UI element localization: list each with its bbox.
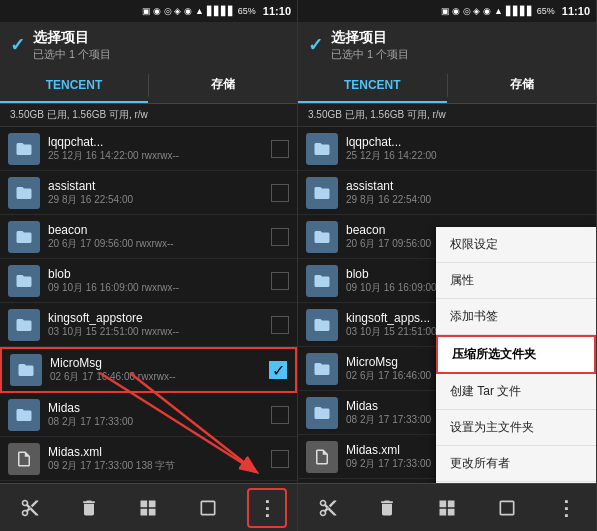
left-checkbox-midasxml[interactable]	[271, 450, 289, 468]
folder-icon-3	[8, 265, 40, 297]
right-check-icon[interactable]: ✓	[308, 34, 323, 56]
left-btn-more[interactable]: ⋮	[247, 488, 287, 528]
right-folder-icon-3	[306, 265, 338, 297]
left-file-item-1[interactable]: assistant 29 8月 16 22:54:00	[0, 171, 297, 215]
left-checkbox-2[interactable]	[271, 228, 289, 246]
right-status-bar: ▣ ◉ ◎ ◈ ◉ ▲ ▋▋▋▋ 65% 11:10	[298, 0, 596, 22]
file-icon-midasxml	[8, 443, 40, 475]
left-file-info-midas: Midas 08 2月 17 17:33:00	[48, 401, 267, 429]
left-tab-tencent[interactable]: TENCENT	[0, 68, 148, 103]
right-panel: ▣ ◉ ◎ ◈ ◉ ▲ ▋▋▋▋ 65% 11:10 ✓ 选择项目 已选中 1 …	[298, 0, 597, 531]
right-btn-more[interactable]: ⋮	[546, 488, 586, 528]
left-btn-delete[interactable]	[69, 488, 109, 528]
right-bottom-bar: ⋮	[298, 483, 596, 531]
right-file-icon-midasxml	[306, 441, 338, 473]
left-file-info-4: kingsoft_appstore 03 10月 15 21:51:00 rwx…	[48, 311, 267, 339]
right-wifi-icon: ▲	[494, 6, 503, 16]
left-time: 11:10	[263, 5, 291, 17]
left-file-item-2[interactable]: beacon 20 6月 17 09:56:00 rwxrwx--	[0, 215, 297, 259]
left-checkbox-3[interactable]	[271, 272, 289, 290]
right-file-item-0[interactable]: lqqpchat... 25 12月 16 14:22:00	[298, 127, 596, 171]
left-file-item-3[interactable]: blob 09 10月 16 16:09:00 rwxrwx--	[0, 259, 297, 303]
right-storage-info: 3.50GB 已用, 1.56GB 可用, r/w	[298, 104, 596, 127]
left-checkbox-micromsg[interactable]: ✓	[269, 361, 287, 379]
left-file-meta-1: 29 8月 16 22:54:00	[48, 193, 267, 207]
right-folder-icon-0	[306, 133, 338, 165]
right-btn-grid[interactable]	[427, 488, 467, 528]
left-file-name-0: lqqpchat...	[48, 135, 267, 149]
right-notification-icons: ▣ ◉ ◎ ◈ ◉	[441, 6, 491, 16]
left-bottom-area: ⋮	[0, 483, 297, 531]
right-header-subtitle: 已选中 1 个项目	[331, 47, 586, 62]
right-time: 11:10	[562, 5, 590, 17]
right-signal-icon: ▋▋▋▋	[506, 6, 534, 16]
left-file-info-0: lqqpchat... 25 12月 16 14:22:00 rwxrwx--	[48, 135, 267, 163]
left-file-name-midas: Midas	[48, 401, 267, 415]
right-file-list[interactable]: lqqpchat... 25 12月 16 14:22:00 assistant…	[298, 127, 596, 483]
left-file-item-0[interactable]: lqqpchat... 25 12月 16 14:22:00 rwxrwx--	[0, 127, 297, 171]
left-file-info-midasxml: Midas.xml 09 2月 17 17:33:00 138 字节	[48, 445, 267, 473]
context-menu: 权限设定 属性 添加书签 压缩所选文件夹 创建 Tar 文件 设置为主文件夹 更…	[436, 227, 596, 483]
context-item-compress[interactable]: 压缩所选文件夹	[436, 335, 596, 374]
right-folder-icon-1	[306, 177, 338, 209]
left-file-name-2: beacon	[48, 223, 267, 237]
context-item-se-context[interactable]: Change SE context	[436, 482, 596, 483]
right-file-info-0: lqqpchat... 25 12月 16 14:22:00	[346, 135, 588, 163]
left-bottom-bar: ⋮	[0, 483, 297, 531]
left-file-name-micromsg: MicroMsg	[50, 356, 265, 370]
folder-icon-2	[8, 221, 40, 253]
left-checkbox-midas[interactable]	[271, 406, 289, 424]
left-file-item-midas[interactable]: Midas 08 2月 17 17:33:00	[0, 393, 297, 437]
context-item-properties[interactable]: 属性	[436, 263, 596, 299]
left-header: ✓ 选择项目 已选中 1 个项目	[0, 22, 297, 68]
left-file-item-micromsg[interactable]: MicroMsg 02 6月 17 16:46:00 rwxrwx-- ✓	[0, 347, 297, 393]
right-folder-icon-2	[306, 221, 338, 253]
left-file-name-3: blob	[48, 267, 267, 281]
right-file-name-0: lqqpchat...	[346, 135, 588, 149]
context-item-bookmark[interactable]: 添加书签	[436, 299, 596, 335]
right-file-meta-0: 25 12月 16 14:22:00	[346, 149, 588, 163]
right-tab-tencent[interactable]: TENCENT	[298, 68, 447, 103]
right-tab-storage[interactable]: 存储	[448, 68, 597, 103]
left-file-item-4[interactable]: kingsoft_appstore 03 10月 15 21:51:00 rwx…	[0, 303, 297, 347]
right-folder-icon-micromsg	[306, 353, 338, 385]
left-header-subtitle: 已选中 1 个项目	[33, 47, 287, 62]
right-btn-delete[interactable]	[367, 488, 407, 528]
folder-icon-0	[8, 133, 40, 165]
right-file-item-1[interactable]: assistant 29 8月 16 22:54:00	[298, 171, 596, 215]
right-btn-cut[interactable]	[308, 488, 348, 528]
left-file-name-midasxml: Midas.xml	[48, 445, 267, 459]
left-checkbox-1[interactable]	[271, 184, 289, 202]
left-tab-storage[interactable]: 存储	[149, 68, 297, 103]
left-file-info-2: beacon 20 6月 17 09:56:00 rwxrwx--	[48, 223, 267, 251]
left-file-meta-4: 03 10月 15 21:51:00 rwxrwx--	[48, 325, 267, 339]
right-file-info-1: assistant 29 8月 16 22:54:00	[346, 179, 588, 207]
left-file-item-midasxml[interactable]: Midas.xml 09 2月 17 17:33:00 138 字节	[0, 437, 297, 481]
context-item-set-home[interactable]: 设置为主文件夹	[436, 410, 596, 446]
right-btn-window[interactable]	[487, 488, 527, 528]
left-tab-bar: TENCENT 存储	[0, 68, 297, 104]
right-header: ✓ 选择项目 已选中 1 个项目	[298, 22, 596, 68]
left-header-title: 选择项目	[33, 29, 287, 47]
left-file-info-micromsg: MicroMsg 02 6月 17 16:46:00 rwxrwx--	[50, 356, 265, 384]
right-folder-icon-4	[306, 309, 338, 341]
folder-icon-midas	[8, 399, 40, 431]
left-storage-info: 3.50GB 已用, 1.56GB 可用, r/w	[0, 104, 297, 127]
left-checkbox-4[interactable]	[271, 316, 289, 334]
left-file-meta-3: 09 10月 16 16:09:00 rwxrwx--	[48, 281, 267, 295]
context-item-change-owner[interactable]: 更改所有者	[436, 446, 596, 482]
context-item-permissions[interactable]: 权限设定	[436, 227, 596, 263]
left-check-icon[interactable]: ✓	[10, 34, 25, 56]
left-btn-grid[interactable]	[128, 488, 168, 528]
left-btn-cut[interactable]	[10, 488, 50, 528]
left-btn-window[interactable]	[188, 488, 228, 528]
left-file-meta-midasxml: 09 2月 17 17:33:00 138 字节	[48, 459, 267, 473]
left-file-list[interactable]: lqqpchat... 25 12月 16 14:22:00 rwxrwx-- …	[0, 127, 297, 483]
right-header-title: 选择项目	[331, 29, 586, 47]
left-file-name-4: kingsoft_appstore	[48, 311, 267, 325]
notification-icons: ▣ ◉ ◎ ◈ ◉	[142, 6, 192, 16]
right-battery-level: 65%	[537, 6, 555, 16]
context-item-tar[interactable]: 创建 Tar 文件	[436, 374, 596, 410]
left-checkbox-0[interactable]	[271, 140, 289, 158]
left-header-text: 选择项目 已选中 1 个项目	[33, 29, 287, 62]
